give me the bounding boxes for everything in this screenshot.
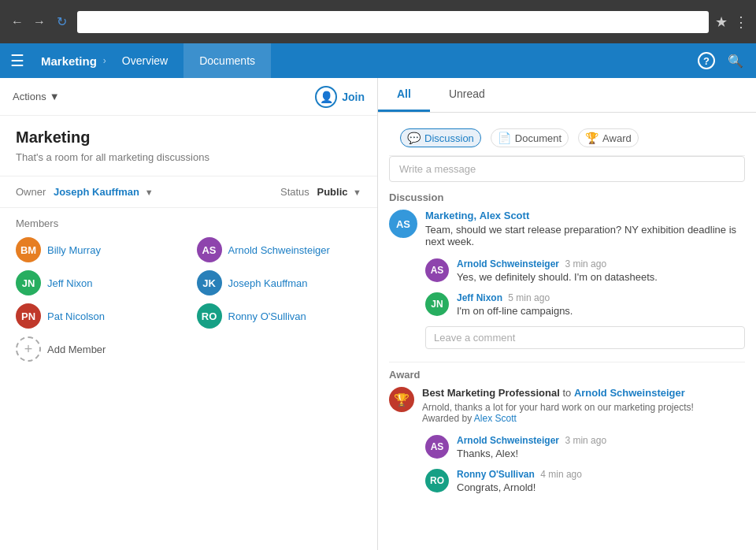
join-person-icon: 👤 <box>320 91 333 103</box>
award-section: 🏆 Best Marketing Professional to Arnold … <box>389 387 745 498</box>
owner-section: Owner Joseph Kauffman ▼ <box>16 186 154 198</box>
nav-documents[interactable]: Documents <box>183 43 271 78</box>
award-title: Best Marketing Professional to Arnold Sc… <box>422 387 745 399</box>
reply-item: JN Jeff Nixon 5 min ago I'm on off-line … <box>389 288 745 321</box>
award-by-name[interactable]: Alex Scott <box>474 413 517 424</box>
thread-author-avatar: AS <box>389 210 417 238</box>
award-title-to: to <box>562 387 573 399</box>
write-message-input[interactable]: Write a message <box>389 156 745 182</box>
filter-award[interactable]: 🏆 Award <box>578 128 639 147</box>
avatar: RO <box>197 303 222 329</box>
document-filter-icon: 📄 <box>498 132 511 144</box>
add-member-button[interactable]: + Add Member <box>16 336 361 362</box>
status-dropdown-icon[interactable]: ▼ <box>353 188 361 197</box>
owner-status-bar: Owner Joseph Kauffman ▼ Status Public ▼ <box>0 177 377 208</box>
member-name: Joseph Kauffman <box>228 277 308 289</box>
reply-author: Jeff Nixon <box>457 292 502 303</box>
reply-content: Arnold Schweinsteiger 3 min ago Yes, we … <box>457 258 745 283</box>
browser-actions: ★ ⋮ <box>715 13 748 31</box>
search-icon[interactable]: 🔍 <box>728 54 743 69</box>
address-input[interactable] <box>83 16 702 28</box>
member-item[interactable]: JK Joseph Kauffman <box>197 270 362 295</box>
member-name: Ronny O'Sullivan <box>228 310 306 322</box>
left-panel: Actions ▼ 👤 Join Marketing That's a room… <box>0 78 378 550</box>
hamburger-menu-button[interactable]: ☰ <box>0 43 35 78</box>
member-item[interactable]: PN Pat Nicolson <box>16 303 181 329</box>
actions-label: Actions <box>13 91 46 102</box>
filter-discussion[interactable]: 💬 Discussion <box>400 128 481 147</box>
award-content: Best Marketing Professional to Arnold Sc… <box>422 387 745 424</box>
tab-all[interactable]: All <box>378 78 430 112</box>
member-name: Pat Nicolson <box>47 310 105 322</box>
tabs-bar: All Unread <box>378 78 756 113</box>
thread-content: Marketing, Alex Scott Team, should we st… <box>425 210 745 247</box>
thread-body: Team, should we start release preparatio… <box>425 224 745 247</box>
menu-dots-icon[interactable]: ⋮ <box>734 13 748 31</box>
browser-chrome: ← → ↻ ★ ⋮ <box>0 0 756 43</box>
reply-meta: Arnold Schweinsteiger 3 min ago <box>457 435 745 446</box>
filter-bar: 💬 Discussion 📄 Document 🏆 Award <box>389 121 745 156</box>
owner-name[interactable]: Joseph Kauffman <box>54 186 139 198</box>
actions-button[interactable]: Actions ▼ <box>13 91 60 102</box>
nav-overview[interactable]: Overview <box>106 43 183 78</box>
reply-text: Congrats, Arnold! <box>457 481 745 493</box>
member-item[interactable]: JN Jeff Nixon <box>16 270 181 295</box>
award-title-pre: Best Marketing Professional <box>422 387 560 399</box>
award-reply-item: AS Arnold Schweinsteiger 3 min ago Thank… <box>389 430 745 464</box>
room-description: That's a room for all marketing discussi… <box>16 151 361 163</box>
app-bar-nav: Overview Documents <box>106 43 685 78</box>
member-item[interactable]: RO Ronny O'Sullivan <box>197 303 362 329</box>
award-recipient[interactable]: Arnold Schweinsteiger <box>574 387 685 399</box>
reply-content: Arnold Schweinsteiger 3 min ago Thanks, … <box>457 435 745 459</box>
reply-item: AS Arnold Schweinsteiger 3 min ago Yes, … <box>389 254 745 288</box>
right-panel: All Unread 💬 Discussion 📄 Document 🏆 Awa… <box>378 78 756 550</box>
member-item[interactable]: BM Billy Murray <box>16 237 181 262</box>
reply-meta: Arnold Schweinsteiger 3 min ago <box>457 258 745 269</box>
join-button[interactable]: 👤 Join <box>315 86 365 108</box>
tab-unread[interactable]: Unread <box>430 78 504 112</box>
thread-author1: Marketing, <box>425 210 476 221</box>
reply-author: Arnold Schweinsteiger <box>457 435 559 446</box>
reply-time: 3 min ago <box>565 258 606 269</box>
address-bar[interactable] <box>77 11 709 33</box>
join-label: Join <box>342 91 365 103</box>
status-label: Status <box>280 186 309 198</box>
reply-content: Ronny O'Sullivan 4 min ago Congrats, Arn… <box>457 469 745 493</box>
refresh-button[interactable]: ↻ <box>52 13 71 32</box>
reply-time: 4 min ago <box>540 469 582 480</box>
add-member-icon: + <box>16 336 41 362</box>
leave-comment-input[interactable]: Leave a comment <box>425 326 745 349</box>
filter-document[interactable]: 📄 Document <box>491 128 569 147</box>
join-icon: 👤 <box>315 86 337 108</box>
owner-dropdown-icon[interactable]: ▼ <box>145 188 154 197</box>
reply-text: Thanks, Alex! <box>457 448 745 459</box>
section-divider <box>389 362 745 362</box>
discussion-filter-icon: 💬 <box>407 132 421 144</box>
help-icon[interactable]: ? <box>698 52 715 69</box>
add-member-label: Add Member <box>47 344 106 355</box>
member-name: Jeff Nixon <box>47 277 93 289</box>
forward-button[interactable]: → <box>30 13 49 32</box>
reply-meta: Ronny O'Sullivan 4 min ago <box>457 469 745 480</box>
reply-time: 5 min ago <box>508 292 550 303</box>
reply-time: 3 min ago <box>565 435 606 446</box>
status-section: Status Public ▼ <box>280 186 361 198</box>
award-section-label: Award <box>389 369 745 381</box>
hamburger-icon: ☰ <box>10 51 24 70</box>
app-bar-right-actions: ? 🔍 <box>685 52 756 69</box>
owner-label: Owner <box>16 186 46 198</box>
award-by-pre: Awarded by <box>422 413 474 424</box>
award-body: Arnold, thanks a lot for your hard work … <box>422 402 745 413</box>
award-by-line: Awarded by Alex Scott <box>422 413 745 424</box>
member-item[interactable]: AS Arnold Schweinsteiger <box>197 237 362 262</box>
back-button[interactable]: ← <box>8 13 27 32</box>
discussion-section-label: Discussion <box>389 191 745 203</box>
main-layout: Actions ▼ 👤 Join Marketing That's a room… <box>0 78 756 550</box>
browser-nav-buttons: ← → ↻ <box>8 13 71 32</box>
reply-avatar: JN <box>425 292 449 316</box>
reply-author: Ronny O'Sullivan <box>457 469 535 480</box>
actions-dropdown-icon: ▼ <box>50 91 60 102</box>
reply-avatar: RO <box>425 469 449 492</box>
star-icon[interactable]: ★ <box>715 13 728 31</box>
member-name: Billy Murray <box>47 244 101 256</box>
